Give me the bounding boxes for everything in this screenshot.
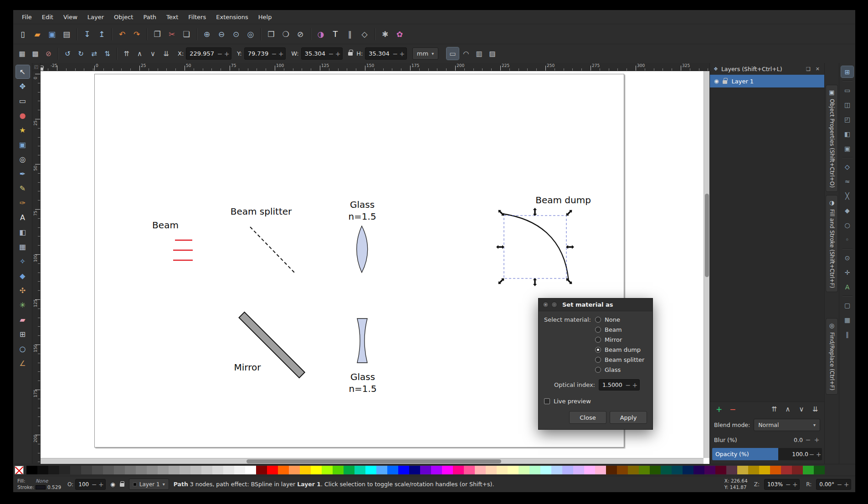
palette-swatch[interactable] — [715, 466, 726, 474]
palette-swatch[interactable] — [661, 466, 672, 474]
menu-file[interactable]: File — [17, 11, 37, 23]
layer-lock-icon[interactable] — [723, 80, 727, 84]
opacity-slider[interactable]: Opacity (%) 100.0 − + — [712, 448, 822, 460]
palette-swatch[interactable] — [486, 466, 497, 474]
scale-gradients-toggle-icon[interactable]: ▥ — [473, 47, 485, 60]
palette-swatch[interactable] — [322, 466, 333, 474]
zoom-page-icon[interactable]: ◎ — [244, 27, 257, 41]
palette-swatch[interactable] — [333, 466, 344, 474]
palette-swatch[interactable] — [803, 466, 814, 474]
glass-lens-top-object[interactable] — [357, 226, 368, 273]
menu-view[interactable]: View — [58, 11, 82, 23]
opacity-decrement-button[interactable]: − — [808, 451, 815, 458]
apply-button[interactable]: Apply — [610, 411, 647, 424]
spray-tool-icon[interactable]: ✳ — [16, 298, 30, 312]
layer-visibility-icon[interactable]: ◉ — [714, 78, 719, 84]
height-decrement-button[interactable]: − — [392, 50, 399, 57]
zoom-in-icon[interactable]: ⊕ — [200, 27, 214, 41]
print-document-icon[interactable]: ▤ — [60, 27, 73, 41]
radio-beam-dump[interactable]: Beam dump — [595, 346, 644, 354]
palette-swatch[interactable] — [26, 466, 37, 474]
zoom-tool-icon[interactable]: ○ — [16, 342, 30, 355]
palette-swatch[interactable] — [212, 466, 223, 474]
palette-swatch[interactable] — [48, 466, 59, 474]
text-dialog-icon[interactable]: T — [329, 27, 342, 41]
beam-dump-label[interactable]: Beam dump — [535, 194, 591, 206]
snap-guides-icon[interactable]: ∥ — [841, 329, 853, 340]
palette-swatch[interactable] — [606, 466, 617, 474]
palette-swatch[interactable] — [551, 466, 562, 474]
star-tool-icon[interactable]: ★ — [16, 123, 30, 137]
palette-swatch[interactable] — [693, 466, 704, 474]
lower-icon[interactable]: ∨ — [147, 47, 159, 60]
import-icon[interactable]: ↧ — [80, 27, 94, 41]
dialog-pin-icon[interactable]: ◦ — [551, 302, 557, 308]
snap-rotation-centers-icon[interactable]: ✛ — [841, 267, 853, 278]
layer-visibility-toggle[interactable]: ◉ — [110, 481, 115, 488]
y-decrement-button[interactable]: − — [271, 50, 277, 57]
palette-swatch[interactable] — [223, 466, 234, 474]
flip-vertical-icon[interactable]: ⇅ — [101, 47, 113, 60]
beam-splitter-label[interactable]: Beam splitter — [231, 206, 292, 217]
raise-to-top-icon[interactable]: ⇈ — [120, 47, 133, 60]
palette-swatch[interactable] — [650, 466, 661, 474]
menu-extensions[interactable]: Extensions — [211, 11, 253, 23]
palette-swatch[interactable] — [37, 466, 48, 474]
lower-layer-button[interactable]: ∨ — [796, 404, 807, 415]
glass-top-label[interactable]: Glass n=1.5 — [348, 199, 376, 222]
gradient-tool-icon[interactable]: ◧ — [16, 226, 30, 239]
palette-swatch[interactable] — [508, 466, 519, 474]
snap-bbox-edges-icon[interactable]: ◫ — [841, 99, 853, 110]
box-3d-tool-icon[interactable]: ▣ — [16, 138, 30, 151]
align-distribute-dialog-icon[interactable]: ∥ — [343, 27, 357, 41]
tab-object-properties[interactable]: ▣Object Properties (Shift+Ctrl+O) — [826, 85, 838, 192]
current-layer-dropdown[interactable]: Layer 1 ▾ — [129, 478, 169, 490]
palette-swatch[interactable] — [704, 466, 715, 474]
snap-paths-icon[interactable]: ≈ — [841, 175, 853, 187]
vertical-scrollbar-thumb[interactable] — [705, 194, 709, 277]
lock-dimensions-toggle[interactable] — [348, 52, 353, 56]
zoom-1-1-icon[interactable]: ⊙ — [229, 27, 243, 41]
palette-swatch[interactable] — [770, 466, 781, 474]
radio-mirror[interactable]: Mirror — [595, 336, 644, 344]
snap-path-intersections-icon[interactable]: ╳ — [841, 190, 853, 201]
pen-tool-icon[interactable]: ✒ — [16, 167, 30, 180]
cut-icon[interactable]: ✂ — [165, 27, 179, 41]
mesh-tool-icon[interactable]: ▦ — [16, 240, 30, 253]
tweak-tool-icon[interactable]: ✣ — [16, 284, 30, 297]
snap-bbox-edge-midpoints-icon[interactable]: ◧ — [841, 128, 853, 139]
radio-beam-splitter[interactable]: Beam splitter — [595, 356, 644, 364]
beam-splitter-object[interactable] — [250, 227, 295, 273]
measure-tool-icon[interactable]: ∠ — [16, 357, 30, 370]
layer-lock-toggle[interactable] — [120, 483, 124, 487]
palette-swatch[interactable] — [595, 466, 606, 474]
palette-swatch[interactable] — [584, 466, 595, 474]
lower-layer-bottom-button[interactable]: ⇊ — [810, 404, 821, 415]
selection-handles[interactable] — [496, 208, 574, 286]
undo-icon[interactable]: ↶ — [115, 27, 129, 41]
blend-mode-dropdown[interactable]: Normal ▾ — [754, 419, 820, 431]
menu-layer[interactable]: Layer — [82, 11, 109, 23]
palette-swatch[interactable] — [344, 466, 354, 474]
calligraphy-tool-icon[interactable]: ✑ — [16, 196, 30, 210]
palette-swatch[interactable] — [672, 466, 683, 474]
palette-swatch[interactable] — [234, 466, 245, 474]
fill-stroke-dialog-icon[interactable]: ◑ — [314, 27, 328, 41]
width-input[interactable]: 35.304 − + — [301, 47, 343, 60]
palette-swatch[interactable] — [573, 466, 584, 474]
radio-beam[interactable]: Beam — [595, 326, 644, 334]
palette-swatch[interactable] — [726, 466, 737, 474]
menu-text[interactable]: Text — [161, 11, 183, 23]
snap-cusp-nodes-icon[interactable]: ◆ — [841, 205, 853, 216]
snap-bbox-icon[interactable]: ▭ — [841, 84, 853, 96]
guide-lock-icon[interactable] — [41, 67, 43, 71]
scale-corners-toggle-icon[interactable]: ◠ — [460, 47, 472, 60]
opacity-increment-button[interactable]: + — [815, 451, 822, 458]
live-preview-checkbox[interactable] — [544, 398, 550, 404]
ruler-corner[interactable]: ◰ — [32, 63, 41, 71]
palette-swatch[interactable] — [442, 466, 453, 474]
paste-icon[interactable]: ❏ — [180, 27, 193, 41]
rotation-increment-button[interactable]: + — [843, 481, 850, 488]
palette-swatch[interactable] — [737, 466, 748, 474]
object-opacity-decrement-button[interactable]: − — [91, 481, 98, 488]
